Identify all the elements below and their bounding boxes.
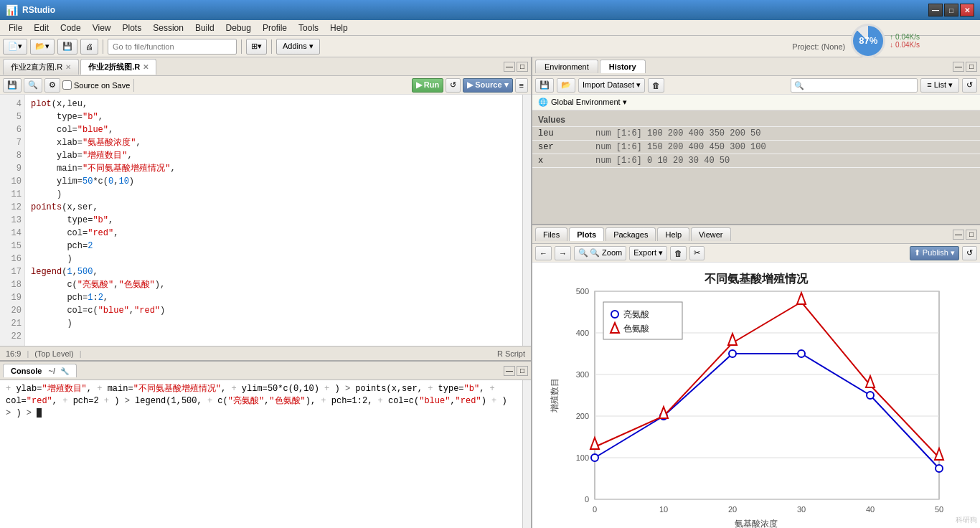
- env-open-button[interactable]: 📂: [557, 78, 575, 93]
- editor-scrollbar[interactable]: [522, 95, 531, 346]
- layout-button[interactable]: ⊞▾: [246, 39, 267, 55]
- source-on-save-label: Source on Save: [62, 80, 130, 90]
- env-refresh-button[interactable]: ↺: [962, 78, 977, 93]
- toolbar-separator: [103, 39, 103, 54]
- plots-tabs: Files Plots Packages Help Viewer — □: [532, 225, 980, 244]
- print-button[interactable]: 🖨: [80, 39, 98, 55]
- source-on-save-checkbox[interactable]: [62, 80, 72, 90]
- console-maximize-button[interactable]: □: [517, 366, 528, 376]
- console-scrollbar[interactable]: [522, 380, 531, 528]
- addins-button[interactable]: Addins ▾: [276, 39, 320, 55]
- file-type: R Script: [497, 349, 525, 358]
- find-button[interactable]: 🔍: [24, 78, 42, 93]
- open-file-button[interactable]: 📂▾: [30, 39, 55, 55]
- console-content-wrapper: + ylab="增殖数目", + main="不同氨基酸增殖情况", + yli…: [0, 380, 531, 528]
- env-maximize-button[interactable]: □: [966, 62, 977, 72]
- menu-tools[interactable]: Tools: [293, 22, 324, 34]
- svg-text:100: 100: [576, 453, 589, 462]
- leu-point-2: [729, 350, 736, 357]
- plots-tab-viewer[interactable]: Viewer: [691, 227, 730, 241]
- env-tab-history[interactable]: History: [600, 60, 646, 73]
- code-content[interactable]: plot(x,leu, type="b", col="blue", xlab="…: [25, 95, 522, 346]
- export-button[interactable]: Export ▾: [629, 246, 667, 260]
- menu-plots[interactable]: Plots: [117, 22, 148, 34]
- menu-session[interactable]: Session: [147, 22, 189, 34]
- leu-point-0: [591, 454, 598, 461]
- minimize-button[interactable]: —: [928, 4, 943, 16]
- legend-box: [603, 302, 682, 339]
- watermark: 科研狗: [956, 515, 977, 525]
- goto-input[interactable]: [108, 39, 237, 55]
- delete-plot-button[interactable]: 🗑: [670, 246, 687, 260]
- env-minimize-button[interactable]: —: [953, 62, 964, 72]
- console-minimize-button[interactable]: —: [504, 366, 515, 376]
- env-tab-environment[interactable]: Environment: [535, 60, 598, 73]
- plots-minimize-button[interactable]: —: [953, 230, 964, 240]
- clear-plots-button[interactable]: ✂: [689, 246, 705, 260]
- close-button[interactable]: ✕: [960, 4, 974, 16]
- zoom-button[interactable]: 🔍 🔍 Zoom: [574, 246, 626, 260]
- panel-maximize-button[interactable]: □: [517, 62, 528, 72]
- global-env-label[interactable]: Global Environment ▾: [551, 98, 627, 107]
- console-content[interactable]: + ylab="增殖数目", + main="不同氨基酸增殖情况", + yli…: [0, 380, 522, 528]
- menu-edit[interactable]: Edit: [28, 22, 55, 34]
- publish-button[interactable]: ⬆ Publish ▾: [910, 246, 959, 260]
- env-save-button[interactable]: 💾: [535, 78, 554, 93]
- env-search-input[interactable]: [791, 78, 918, 93]
- editor-tab-1-close[interactable]: ✕: [65, 63, 71, 71]
- console-tab[interactable]: Console ~/ 🔧: [3, 364, 77, 377]
- plots-forward-button[interactable]: →: [555, 246, 571, 260]
- plots-panel: Files Plots Packages Help Viewer — □ ← →…: [532, 225, 980, 528]
- save-button[interactable]: 💾: [57, 39, 77, 55]
- run-button[interactable]: ▶ Run: [412, 78, 443, 93]
- stat-upload: ↑ 0.04K/s: [890, 33, 920, 41]
- env-clear-button[interactable]: 🗑: [648, 78, 664, 93]
- menu-help[interactable]: Help: [324, 22, 354, 34]
- svg-text:氨基酸浓度: 氨基酸浓度: [735, 519, 778, 528]
- globe-icon: 🌐: [538, 98, 548, 107]
- plots-toolbar: ← → 🔍 🔍 Zoom Export ▾ 🗑 ✂ ⬆ Publish ▾ ↺: [532, 244, 980, 263]
- menu-file[interactable]: File: [3, 22, 28, 34]
- code-editor-container: 45678 910111213 1415161718 19202122 plot…: [0, 95, 531, 346]
- plots-tab-plots[interactable]: Plots: [569, 227, 604, 241]
- plots-tab-help[interactable]: Help: [657, 227, 689, 241]
- plots-refresh-button[interactable]: ↺: [962, 246, 977, 260]
- save-source-button[interactable]: 💾: [3, 78, 22, 93]
- source-button[interactable]: ▶ Source ▾: [463, 78, 512, 93]
- menu-view[interactable]: View: [87, 22, 117, 34]
- maximize-button[interactable]: □: [944, 4, 958, 16]
- svg-text:增殖数目: 增殖数目: [550, 378, 560, 413]
- rerun-button[interactable]: ↺: [446, 78, 461, 93]
- svg-text:20: 20: [728, 505, 737, 514]
- main-toolbar: 📄▾ 📂▾ 💾 🖨 ⊞▾ Addins ▾ Project: (None) 87…: [0, 36, 980, 57]
- editor-menu-button[interactable]: ≡: [515, 78, 528, 93]
- chart-title: 不同氨基酸增殖情况: [704, 273, 809, 285]
- editor-tab-2-close[interactable]: ✕: [143, 63, 149, 71]
- new-file-button[interactable]: 📄▾: [3, 39, 27, 55]
- menu-build[interactable]: Build: [189, 22, 220, 34]
- plots-tab-packages[interactable]: Packages: [606, 227, 656, 241]
- env-panel-controls: — □: [953, 62, 977, 72]
- right-panel: Environment History — □ 💾 📂 Import Datas…: [532, 57, 980, 528]
- plots-maximize-button[interactable]: □: [966, 230, 977, 240]
- panel-minimize-button[interactable]: —: [504, 62, 515, 72]
- rstudio-icon: 📊: [6, 4, 18, 16]
- plots-back-button[interactable]: ←: [535, 246, 552, 260]
- menu-code[interactable]: Code: [55, 22, 87, 34]
- leu-point-5: [936, 465, 943, 472]
- code-editor[interactable]: 45678 910111213 1415161718 19202122 plot…: [0, 95, 522, 346]
- plots-content: 不同氨基酸增殖情况 0 100 200 300 400 500: [532, 263, 980, 528]
- editor-tab-2[interactable]: 作业2折线图.R ✕: [80, 59, 156, 75]
- legend-leu-symbol: [611, 311, 618, 318]
- plots-tab-files[interactable]: Files: [535, 227, 567, 241]
- list-button[interactable]: ≡ List ▾: [920, 78, 959, 93]
- import-dataset-button[interactable]: Import Dataset ▾: [578, 78, 645, 93]
- console-tabs: Console ~/ 🔧 — □: [0, 362, 531, 380]
- svg-text:400: 400: [576, 329, 589, 337]
- svg-text:40: 40: [866, 505, 875, 514]
- menu-debug[interactable]: Debug: [220, 22, 257, 34]
- menu-profile[interactable]: Profile: [257, 22, 293, 34]
- value-row-ser: ser num [1:6] 150 200 400 450 300 100: [532, 141, 980, 154]
- code-tools-button[interactable]: ⚙: [44, 78, 60, 93]
- editor-tab-1[interactable]: 作业2直方图.R ✕: [3, 59, 79, 75]
